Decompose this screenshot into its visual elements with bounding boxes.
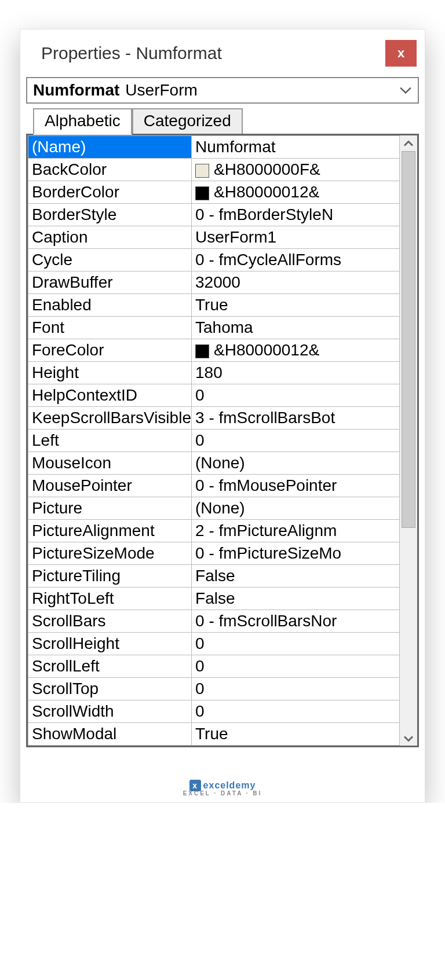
table-row[interactable]: HelpContextID0: [28, 384, 400, 407]
property-value-cell[interactable]: Tahoma: [192, 317, 400, 339]
property-value-cell[interactable]: Numformat: [192, 136, 400, 159]
table-row[interactable]: BackColor&H8000000F&: [28, 159, 400, 181]
property-value: 0 - fmBorderStyleN: [195, 205, 333, 223]
table-row[interactable]: CaptionUserForm1: [28, 226, 400, 249]
property-value-cell[interactable]: 0: [192, 384, 400, 407]
property-name-cell[interactable]: Cycle: [28, 249, 192, 271]
table-row[interactable]: DrawBuffer32000: [28, 271, 400, 294]
property-value-cell[interactable]: 0 - fmMousePointer: [192, 475, 400, 497]
table-row[interactable]: EnabledTrue: [28, 294, 400, 317]
property-name-cell[interactable]: ForeColor: [28, 339, 192, 362]
scroll-up-icon[interactable]: [403, 139, 414, 148]
table-row[interactable]: PictureTilingFalse: [28, 565, 400, 588]
table-row[interactable]: Height180: [28, 362, 400, 384]
property-value: Tahoma: [195, 318, 253, 336]
property-name-cell[interactable]: MousePointer: [28, 475, 192, 497]
property-value-cell[interactable]: 2 - fmPictureAlignm: [192, 520, 400, 542]
table-row[interactable]: ScrollWidth0: [28, 700, 400, 723]
property-name-cell[interactable]: PictureAlignment: [28, 520, 192, 542]
table-row[interactable]: FontTahoma: [28, 317, 400, 339]
table-row[interactable]: (Name)Numformat: [28, 136, 400, 159]
table-row[interactable]: ForeColor&H80000012&: [28, 339, 400, 362]
property-name-cell[interactable]: ScrollLeft: [28, 655, 192, 678]
table-row[interactable]: ScrollHeight0: [28, 633, 400, 655]
tab-alphabetic[interactable]: Alphabetic: [33, 108, 132, 135]
property-name-cell[interactable]: Caption: [28, 226, 192, 249]
property-value-cell[interactable]: &H80000012&: [192, 181, 400, 204]
property-value-cell[interactable]: (None): [192, 497, 400, 520]
property-value: 0 - fmCycleAllForms: [195, 251, 341, 269]
property-value-cell[interactable]: 0: [192, 678, 400, 700]
property-name-cell[interactable]: BorderStyle: [28, 204, 192, 226]
property-name-cell[interactable]: BorderColor: [28, 181, 192, 204]
property-name-cell[interactable]: ScrollWidth: [28, 700, 192, 723]
scroll-track[interactable]: [400, 151, 417, 731]
property-value-cell[interactable]: False: [192, 565, 400, 588]
property-name-cell[interactable]: KeepScrollBarsVisible: [28, 407, 192, 430]
table-row[interactable]: ScrollLeft0: [28, 655, 400, 678]
table-row[interactable]: Cycle0 - fmCycleAllForms: [28, 249, 400, 271]
table-row[interactable]: Picture(None): [28, 497, 400, 520]
scroll-thumb[interactable]: [402, 151, 415, 528]
property-value-cell[interactable]: 0: [192, 655, 400, 678]
close-button[interactable]: x: [385, 40, 417, 67]
property-value-cell[interactable]: 0 - fmPictureSizeMo: [192, 542, 400, 565]
table-row[interactable]: ScrollTop0: [28, 678, 400, 700]
property-value-cell[interactable]: True: [192, 723, 400, 746]
object-name: Numformat: [33, 81, 119, 100]
property-name-cell[interactable]: MouseIcon: [28, 452, 192, 475]
property-name-cell[interactable]: (Name): [28, 136, 192, 159]
table-row[interactable]: KeepScrollBarsVisible3 - fmScrollBarsBot: [28, 407, 400, 430]
property-name-cell[interactable]: PictureSizeMode: [28, 542, 192, 565]
tab-categorized[interactable]: Categorized: [132, 108, 243, 135]
property-name-cell[interactable]: Enabled: [28, 294, 192, 317]
table-row[interactable]: BorderColor&H80000012&: [28, 181, 400, 204]
table-row[interactable]: BorderStyle0 - fmBorderStyleN: [28, 204, 400, 226]
property-name-cell[interactable]: ScrollHeight: [28, 633, 192, 655]
property-name-cell[interactable]: Picture: [28, 497, 192, 520]
property-name-cell[interactable]: RightToLeft: [28, 588, 192, 610]
table-row[interactable]: Left0: [28, 430, 400, 452]
table-row[interactable]: ShowModalTrue: [28, 723, 400, 746]
property-value-cell[interactable]: 0 - fmScrollBarsNor: [192, 610, 400, 633]
property-name-cell[interactable]: PictureTiling: [28, 565, 192, 588]
property-value-cell[interactable]: 0 - fmBorderStyleN: [192, 204, 400, 226]
property-value: 0 - fmPictureSizeMo: [195, 544, 341, 562]
property-value-cell[interactable]: UserForm1: [192, 226, 400, 249]
property-value-cell[interactable]: 3 - fmScrollBarsBot: [192, 407, 400, 430]
object-selector-dropdown[interactable]: Numformat UserForm: [26, 77, 419, 104]
property-name-cell[interactable]: DrawBuffer: [28, 271, 192, 294]
property-value-cell[interactable]: 0: [192, 430, 400, 452]
property-value-cell[interactable]: 0 - fmCycleAllForms: [192, 249, 400, 271]
property-name-cell[interactable]: HelpContextID: [28, 384, 192, 407]
property-value-cell[interactable]: &H8000000F&: [192, 159, 400, 181]
property-value-cell[interactable]: 0: [192, 633, 400, 655]
property-value: True: [195, 296, 228, 314]
table-row[interactable]: PictureSizeMode0 - fmPictureSizeMo: [28, 542, 400, 565]
property-name-cell[interactable]: BackColor: [28, 159, 192, 181]
scroll-down-icon[interactable]: [403, 735, 414, 743]
property-value: 0: [195, 680, 205, 698]
property-value-cell[interactable]: (None): [192, 452, 400, 475]
property-name-cell[interactable]: Left: [28, 430, 192, 452]
property-name-cell[interactable]: ScrollBars: [28, 610, 192, 633]
property-value: 0: [195, 386, 205, 404]
property-name-cell[interactable]: ShowModal: [28, 723, 192, 746]
table-row[interactable]: MousePointer0 - fmMousePointer: [28, 475, 400, 497]
property-value-cell[interactable]: False: [192, 588, 400, 610]
table-row[interactable]: ScrollBars0 - fmScrollBarsNor: [28, 610, 400, 633]
property-value-cell[interactable]: 0: [192, 700, 400, 723]
table-row[interactable]: RightToLeftFalse: [28, 588, 400, 610]
property-value-cell[interactable]: True: [192, 294, 400, 317]
property-value-cell[interactable]: 180: [192, 362, 400, 384]
vertical-scrollbar[interactable]: [400, 135, 417, 746]
property-name-cell[interactable]: Height: [28, 362, 192, 384]
property-value-cell[interactable]: 32000: [192, 271, 400, 294]
property-name-cell[interactable]: ScrollTop: [28, 678, 192, 700]
property-value: (None): [195, 454, 245, 472]
table-row[interactable]: PictureAlignment2 - fmPictureAlignm: [28, 520, 400, 542]
property-value-cell[interactable]: &H80000012&: [192, 339, 400, 362]
table-row[interactable]: MouseIcon(None): [28, 452, 400, 475]
title-bar: Properties - Numformat x: [20, 30, 425, 77]
property-name-cell[interactable]: Font: [28, 317, 192, 339]
